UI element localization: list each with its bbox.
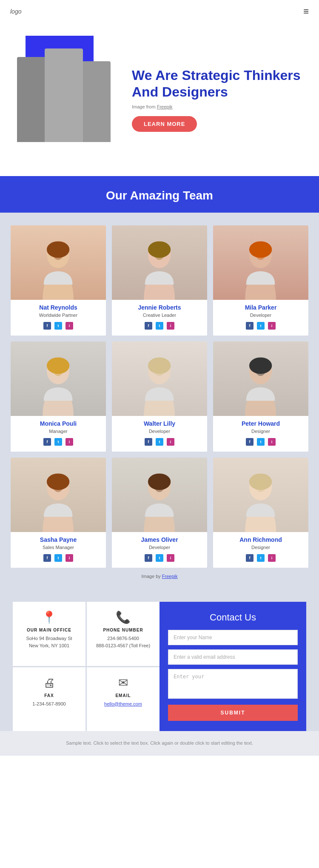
email-icon: ✉	[118, 676, 128, 690]
hero-image-group	[0, 40, 119, 159]
team-card-socials: f t i	[246, 322, 276, 330]
facebook-icon[interactable]: f	[145, 554, 152, 562]
team-card-role: Designer	[251, 429, 270, 434]
phone-info-box: 📞 PHONE NUMBER 234-9876-5400888-0123-456…	[87, 602, 160, 666]
svg-point-2	[53, 247, 63, 259]
team-card-photo	[213, 342, 308, 416]
email-link[interactable]: hello@theme.com	[104, 701, 142, 706]
team-card-socials: f t i	[246, 438, 276, 446]
email-address: hello@theme.com	[104, 700, 142, 708]
contact-section: 📍 OUR MAIN OFFICE SoHo 94 Broadway StNew…	[0, 589, 319, 731]
team-freepik-link[interactable]: Freepik	[162, 574, 178, 579]
fax-label: FAX	[44, 693, 54, 698]
contact-form-title: Contact Us	[168, 612, 298, 623]
contact-grid: 📍 OUR MAIN OFFICE SoHo 94 Broadway StNew…	[13, 602, 306, 731]
team-card-photo	[112, 458, 207, 532]
team-card-role: Developer	[149, 429, 170, 434]
submit-button[interactable]: SUBMIT	[168, 705, 298, 721]
team-card-socials: f t i	[145, 322, 174, 330]
navbar: logo ≡	[0, 0, 319, 23]
contact-form: SUBMIT	[168, 630, 298, 721]
team-card: Ann Richmond Designer f t i	[213, 458, 308, 568]
instagram-icon[interactable]: i	[167, 554, 174, 562]
team-card-role: Sales Manager	[43, 545, 74, 550]
twitter-icon[interactable]: t	[54, 322, 62, 330]
team-card-photo	[11, 342, 106, 416]
team-card-photo	[11, 458, 106, 532]
hero-section: We Are Strategic Thinkers And Designers …	[0, 23, 319, 176]
instagram-icon[interactable]: i	[66, 438, 73, 446]
twitter-icon[interactable]: t	[156, 322, 163, 330]
svg-point-20	[53, 479, 63, 492]
twitter-icon[interactable]: t	[257, 554, 265, 562]
hero-text: We Are Strategic Thinkers And Designers …	[119, 67, 306, 132]
message-textarea[interactable]	[168, 669, 298, 699]
phone-label: PHONE NUMBER	[103, 628, 143, 632]
twitter-icon[interactable]: t	[54, 554, 62, 562]
phone-icon: 📞	[116, 610, 131, 624]
svg-point-11	[53, 363, 63, 376]
email-input[interactable]	[168, 649, 298, 665]
facebook-icon[interactable]: f	[145, 438, 152, 446]
person-right	[79, 61, 111, 142]
twitter-icon[interactable]: t	[156, 438, 163, 446]
team-card-socials: f t i	[43, 322, 73, 330]
team-card-photo	[213, 458, 308, 532]
team-card-photo	[11, 225, 106, 300]
team-card-role: Designer	[251, 545, 270, 550]
facebook-icon[interactable]: f	[246, 554, 253, 562]
facebook-icon[interactable]: f	[246, 438, 253, 446]
fax-info-box: 🖨 FAX 1-234-567-8900	[13, 667, 85, 731]
twitter-icon[interactable]: t	[257, 322, 265, 330]
team-card-photo	[112, 342, 207, 416]
facebook-icon[interactable]: f	[43, 322, 51, 330]
svg-point-26	[256, 479, 266, 492]
instagram-icon[interactable]: i	[167, 438, 174, 446]
svg-point-14	[154, 363, 165, 376]
team-card-socials: f t i	[43, 554, 73, 562]
team-card-name: Walter Lilly	[144, 420, 175, 427]
team-card-role: Developer	[149, 545, 170, 550]
office-label: OUR MAIN OFFICE	[27, 628, 71, 632]
instagram-icon[interactable]: i	[66, 554, 73, 562]
office-address: SoHo 94 Broadway StNew York, NY 1001	[26, 635, 72, 649]
fax-number: 1-234-567-8900	[32, 700, 66, 708]
instagram-icon[interactable]: i	[268, 322, 276, 330]
footer: Sample text. Click to select the text bo…	[0, 731, 319, 756]
team-card: Nat Reynolds Worldwide Partner f t i	[11, 225, 106, 336]
facebook-icon[interactable]: f	[145, 322, 152, 330]
facebook-icon[interactable]: f	[246, 322, 253, 330]
svg-point-5	[154, 247, 165, 259]
twitter-icon[interactable]: t	[156, 554, 163, 562]
hero-title: We Are Strategic Thinkers And Designers	[132, 67, 306, 100]
team-card: Walter Lilly Developer f t i	[112, 342, 207, 452]
instagram-icon[interactable]: i	[167, 322, 174, 330]
logo: logo	[10, 8, 21, 15]
name-input[interactable]	[168, 630, 298, 645]
team-card-socials: f t i	[246, 554, 276, 562]
team-card-photo	[213, 225, 308, 300]
email-info-box: ✉ EMAIL hello@theme.com	[87, 667, 160, 731]
twitter-icon[interactable]: t	[257, 438, 265, 446]
contact-form-box: Contact Us SUBMIT	[160, 602, 306, 731]
facebook-icon[interactable]: f	[43, 438, 51, 446]
svg-point-23	[154, 479, 165, 492]
team-image-credit: Image by Freepik	[10, 568, 309, 585]
contact-info-grid: 📍 OUR MAIN OFFICE SoHo 94 Broadway StNew…	[13, 602, 160, 731]
team-card: James Oliver Developer f t i	[112, 458, 207, 568]
team-card-name: Ann Richmond	[239, 536, 282, 543]
phone-numbers: 234-9876-5400888-0123-4567 (Toll Free)	[96, 635, 150, 649]
team-section: Our Amazing Team Nat Reynolds Worldwide …	[0, 176, 319, 589]
person-mid	[45, 48, 83, 142]
facebook-icon[interactable]: f	[43, 554, 51, 562]
learn-more-button[interactable]: LEARN MORE	[132, 116, 197, 132]
instagram-icon[interactable]: i	[66, 322, 73, 330]
hamburger-icon[interactable]: ≡	[303, 6, 309, 17]
instagram-icon[interactable]: i	[268, 438, 276, 446]
team-grid: Nat Reynolds Worldwide Partner f t i	[11, 225, 308, 568]
twitter-icon[interactable]: t	[54, 438, 62, 446]
instagram-icon[interactable]: i	[268, 554, 276, 562]
team-card-role: Creative Leader	[143, 313, 176, 318]
team-card-name: Jennie Roberts	[138, 304, 181, 311]
hero-source-link[interactable]: Freepik	[157, 104, 173, 109]
